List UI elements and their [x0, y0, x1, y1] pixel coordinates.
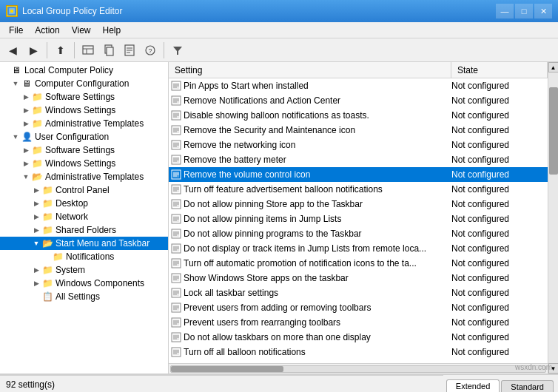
row-name: Turn off all balloon notifications: [184, 347, 451, 357]
tree-toggle[interactable]: ▶: [31, 200, 41, 207]
help-icon: ?: [144, 44, 156, 56]
table-row[interactable]: Turn off feature advertisement balloon n…: [169, 182, 548, 197]
tree-label: User Configuration: [35, 132, 109, 142]
row-state: Not configured: [451, 303, 548, 313]
tree-node-software-settings-1[interactable]: ▶ 📁 Software Settings: [0, 90, 168, 104]
table-row[interactable]: Do not allow pinning items in Jump Lists…: [169, 212, 548, 226]
row-state: Not configured: [451, 229, 548, 239]
copy-button[interactable]: [99, 41, 118, 60]
close-button[interactable]: ✕: [534, 4, 552, 18]
tree-toggle[interactable]: ▼: [21, 173, 31, 180]
tree-node-windows-settings-2[interactable]: ▶ 📁 Windows Settings: [0, 157, 168, 170]
tree-node-network[interactable]: ▶ 📁 Network: [0, 210, 168, 223]
table-row[interactable]: Lock all taskbar settings Not configured: [169, 285, 548, 300]
horizontal-scrollbar[interactable]: [169, 363, 548, 374]
table-row[interactable]: Remove the battery meter Not configured: [169, 152, 548, 167]
table-row[interactable]: Pin Apps to Start when installed Not con…: [169, 78, 548, 93]
tree-toggle[interactable]: ▼: [10, 133, 21, 141]
table-row[interactable]: Remove the volume control icon Not confi…: [169, 167, 548, 182]
help-button[interactable]: ?: [141, 41, 160, 60]
tree-panel[interactable]: 🖥 Local Computer Policy ▼ 🖥 Computer Con…: [0, 62, 169, 374]
filter-button[interactable]: [168, 41, 187, 60]
tree-node-system[interactable]: ▶ 📁 System: [0, 263, 168, 277]
policy-icon: [171, 95, 181, 106]
tree-toggle[interactable]: ▼: [10, 80, 21, 87]
tree-toggle[interactable]: ▶: [31, 213, 41, 220]
forward-button[interactable]: ▶: [24, 41, 43, 60]
row-icon: [169, 152, 184, 167]
row-icon: [169, 197, 184, 212]
row-name: Do not allow pinning programs to the Tas…: [184, 229, 451, 239]
properties-button[interactable]: [120, 41, 139, 60]
menu-help[interactable]: Help: [97, 24, 127, 37]
tree-node-control-panel[interactable]: ▶ 📁 Control Panel: [0, 183, 168, 197]
tree-node-all-settings[interactable]: 📋 All Settings: [0, 290, 168, 303]
tree-icon: 📁: [31, 144, 43, 156]
maximize-button[interactable]: □: [515, 4, 533, 18]
tree-node-local-policy[interactable]: 🖥 Local Computer Policy: [0, 64, 168, 77]
tab-extended[interactable]: Extended: [446, 379, 500, 392]
tree-node-windows-settings-1[interactable]: ▶ 📁 Windows Settings: [0, 104, 168, 117]
tree-toggle[interactable]: ▶: [31, 266, 41, 274]
tree-node-start-menu-taskbar[interactable]: ▼ 📂 Start Menu and Taskbar: [0, 237, 168, 250]
scrollbar-track-h[interactable]: [170, 365, 546, 373]
table-row[interactable]: Do not allow taskbars on more than one d…: [169, 330, 548, 345]
row-icon: [169, 182, 184, 197]
policy-icon: [171, 140, 181, 150]
scrollbar-v-thumb[interactable]: [549, 87, 558, 175]
table-row[interactable]: Do not allow pinning Store app to the Ta…: [169, 197, 548, 212]
tree-node-shared-folders[interactable]: ▶ 📁 Shared Folders: [0, 223, 168, 237]
tree-toggle[interactable]: ▶: [31, 186, 41, 194]
show-hide-button[interactable]: [78, 41, 98, 60]
tree-node-user-config[interactable]: ▼ 👤 User Configuration: [0, 130, 168, 143]
tree-toggle[interactable]: ▶: [31, 280, 41, 287]
tab-standard[interactable]: Standard: [501, 380, 554, 392]
row-name: Pin Apps to Start when installed: [184, 81, 451, 91]
scrollbar-thumb-h[interactable]: [171, 366, 283, 372]
tree-toggle[interactable]: ▶: [21, 93, 31, 101]
table-row[interactable]: Turn off automatic promotion of notifica…: [169, 256, 548, 271]
tree-toggle[interactable]: ▶: [21, 160, 31, 167]
row-name: Do not allow pinning Store app to the Ta…: [184, 199, 451, 209]
table-row[interactable]: Remove Notifications and Action Center N…: [169, 93, 548, 108]
tree-label: Start Menu and Taskbar: [56, 238, 149, 249]
table-row[interactable]: Turn off all balloon notifications Not c…: [169, 345, 548, 359]
table-row[interactable]: Remove the Security and Maintenance icon…: [169, 123, 548, 138]
vertical-scrollbar[interactable]: ▲ ▼: [548, 62, 558, 374]
col-header-setting[interactable]: Setting: [169, 62, 451, 78]
up-button[interactable]: ⬆: [51, 41, 70, 60]
tree-node-admin-templates-2[interactable]: ▼ 📂 Administrative Templates: [0, 170, 168, 183]
tree-toggle[interactable]: ▶: [21, 107, 31, 114]
svg-rect-3: [83, 46, 93, 54]
tree-toggle[interactable]: ▶: [21, 120, 31, 127]
tree-toggle[interactable]: ▶: [21, 146, 31, 154]
table-row[interactable]: Do not display or track items in Jump Li…: [169, 241, 548, 256]
tree-toggle[interactable]: ▼: [31, 240, 41, 247]
table-row[interactable]: Remove the networking icon Not configure…: [169, 138, 548, 152]
table-row[interactable]: Disable showing balloon notifications as…: [169, 108, 548, 123]
tree-node-admin-templates-1[interactable]: ▶ 📁 Administrative Templates: [0, 117, 168, 130]
tree-node-software-settings-2[interactable]: ▶ 📁 Software Settings: [0, 143, 168, 157]
copy-icon: [103, 44, 115, 56]
tree-toggle[interactable]: ▶: [31, 226, 41, 234]
scroll-up-button[interactable]: ▲: [548, 62, 559, 72]
app-icon: [6, 5, 18, 17]
tree-node-notifications[interactable]: 📁 Notifications: [0, 250, 168, 263]
list-body[interactable]: Pin Apps to Start when installed Not con…: [169, 78, 548, 363]
col-header-state[interactable]: State: [451, 62, 548, 78]
minimize-button[interactable]: —: [496, 4, 514, 18]
menu-file[interactable]: File: [3, 24, 29, 37]
tree-node-desktop[interactable]: ▶ 📁 Desktop: [0, 197, 168, 210]
table-row[interactable]: Prevent users from adding or removing to…: [169, 300, 548, 315]
menu-action[interactable]: Action: [29, 24, 65, 37]
tree-node-computer-config[interactable]: ▼ 🖥 Computer Configuration: [0, 77, 168, 90]
tree-icon: 📁: [52, 251, 64, 263]
tree-node-windows-components[interactable]: ▶ 📁 Windows Components: [0, 277, 168, 290]
menu-view[interactable]: View: [66, 24, 97, 37]
scrollbar-v-track[interactable]: [548, 72, 559, 363]
table-row[interactable]: Show Windows Store apps on the taskbar N…: [169, 271, 548, 285]
back-button[interactable]: ◀: [3, 41, 22, 60]
table-row[interactable]: Do not allow pinning programs to the Tas…: [169, 226, 548, 241]
table-row[interactable]: Prevent users from rearranging toolbars …: [169, 315, 548, 330]
svg-rect-2: [10, 10, 13, 13]
